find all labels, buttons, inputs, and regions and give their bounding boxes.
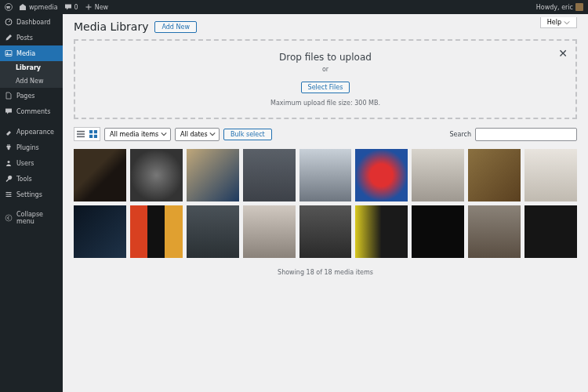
- svg-point-8: [5, 215, 12, 221]
- svg-rect-11: [77, 136, 85, 138]
- menu-users[interactable]: Users: [0, 155, 63, 171]
- svg-point-7: [7, 196, 9, 198]
- svg-rect-10: [77, 133, 85, 135]
- media-toolbar: All media items All dates Bulk select Se…: [74, 127, 577, 141]
- media-type-filter[interactable]: All media items: [104, 128, 171, 141]
- menu-appearance[interactable]: Appearance: [0, 124, 63, 140]
- new-label: New: [95, 4, 108, 11]
- svg-rect-12: [89, 130, 93, 133]
- comments-link[interactable]: 0: [64, 3, 78, 11]
- svg-rect-15: [94, 135, 97, 138]
- media-grid: [74, 149, 577, 258]
- media-item[interactable]: [524, 205, 577, 258]
- media-item[interactable]: [355, 149, 408, 201]
- media-submenu: Library Add New: [0, 61, 63, 88]
- media-item[interactable]: [468, 205, 521, 258]
- menu-comments[interactable]: Comments: [0, 103, 63, 119]
- chevron-down-icon: [564, 20, 570, 26]
- admin-toolbar: wpmedia 0 New Howdy, eric: [0, 0, 588, 14]
- svg-point-6: [9, 194, 11, 195]
- menu-posts[interactable]: Posts: [0, 30, 63, 45]
- menu-tools[interactable]: Tools: [0, 171, 63, 187]
- uploader-dropzone[interactable]: ✕ Drop files to upload or Select Files M…: [74, 39, 577, 119]
- wp-logo[interactable]: [5, 3, 13, 11]
- media-item[interactable]: [187, 149, 239, 201]
- view-grid-button[interactable]: [87, 128, 100, 140]
- search-input[interactable]: [475, 128, 577, 141]
- uploader-title: Drop files to upload: [75, 52, 575, 63]
- svg-point-3: [7, 52, 9, 53]
- list-icon: [77, 130, 85, 138]
- view-list-button[interactable]: [74, 128, 87, 140]
- view-switch: [74, 127, 100, 141]
- media-item[interactable]: [243, 205, 296, 258]
- new-content[interactable]: New: [85, 3, 108, 11]
- svg-rect-13: [94, 130, 97, 133]
- search-label: Search: [450, 131, 471, 138]
- submenu-addnew[interactable]: Add New: [0, 74, 63, 88]
- admin-sidebar: Dashboard Posts Media Library Add New Pa…: [0, 14, 63, 392]
- select-files-button[interactable]: Select Files: [301, 82, 350, 93]
- uploader-or: or: [75, 66, 575, 73]
- media-item[interactable]: [355, 205, 408, 258]
- date-filter[interactable]: All dates: [175, 128, 220, 141]
- media-item[interactable]: [187, 205, 239, 258]
- grid-icon: [89, 130, 97, 138]
- svg-rect-14: [89, 135, 93, 138]
- add-new-button[interactable]: Add New: [154, 21, 196, 33]
- help-tab[interactable]: Help: [540, 17, 577, 28]
- svg-point-4: [8, 161, 10, 163]
- svg-point-5: [6, 192, 8, 194]
- site-name: wpmedia: [29, 4, 58, 11]
- collapse-menu[interactable]: Collapse menu: [0, 207, 63, 229]
- media-item[interactable]: [524, 149, 577, 201]
- avatar: [575, 3, 583, 11]
- howdy-text: Howdy, eric: [536, 4, 573, 11]
- site-link[interactable]: wpmedia: [19, 3, 58, 11]
- media-item[interactable]: [412, 205, 464, 258]
- comments-count: 0: [74, 4, 78, 11]
- media-count: Showing 18 of 18 media items: [74, 269, 577, 276]
- menu-media[interactable]: Media: [0, 45, 63, 61]
- media-item[interactable]: [130, 149, 183, 201]
- menu-dashboard[interactable]: Dashboard: [0, 14, 63, 30]
- media-item[interactable]: [299, 205, 352, 258]
- uploader-hint: Maximum upload file size: 300 MB.: [75, 100, 575, 107]
- account-link[interactable]: Howdy, eric: [536, 3, 583, 11]
- svg-rect-9: [77, 131, 85, 132]
- bulk-select-button[interactable]: Bulk select: [223, 129, 272, 140]
- content-area: Help Media Library Add New ✕ Drop files …: [63, 14, 588, 392]
- media-item[interactable]: [74, 205, 126, 258]
- media-item[interactable]: [74, 149, 126, 201]
- menu-settings[interactable]: Settings: [0, 187, 63, 202]
- media-item[interactable]: [243, 149, 296, 201]
- menu-pages[interactable]: Pages: [0, 88, 63, 103]
- media-item[interactable]: [468, 149, 521, 201]
- svg-rect-2: [5, 51, 12, 56]
- page-title: Media Library: [74, 20, 148, 33]
- media-item[interactable]: [299, 149, 352, 201]
- media-item[interactable]: [130, 205, 183, 258]
- submenu-library[interactable]: Library: [0, 61, 63, 74]
- menu-plugins[interactable]: Plugins: [0, 140, 63, 155]
- media-item[interactable]: [412, 149, 464, 201]
- close-icon[interactable]: ✕: [558, 47, 568, 60]
